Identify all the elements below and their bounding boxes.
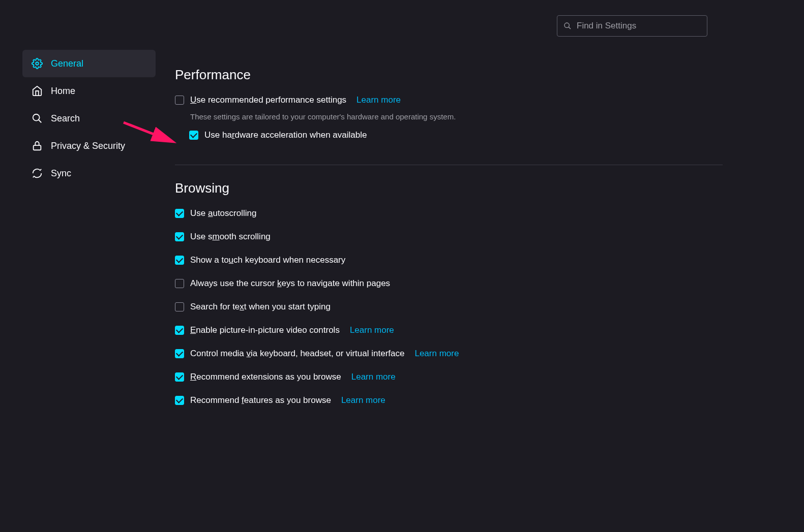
performance-heading: Performance: [175, 67, 723, 83]
svg-line-1: [569, 27, 571, 29]
section-divider: [175, 165, 723, 165]
sidebar-item-label: Search: [51, 113, 80, 124]
browsing-label-6: Control media via keyboard, headset, or …: [190, 349, 404, 359]
browsing-label-4: Search for text when you start typing: [190, 302, 331, 312]
recommended-perf-row[interactable]: Use recommended performance settings Lea…: [175, 95, 723, 105]
browsing-row-1[interactable]: Use smooth scrolling: [175, 232, 723, 242]
sidebar-item-general[interactable]: General: [22, 50, 156, 77]
svg-point-2: [36, 62, 39, 65]
gear-icon: [32, 58, 43, 69]
sidebar: General Home Search Privacy & Security S…: [0, 50, 156, 419]
browsing-row-5[interactable]: Enable picture-in-picture video controls…: [175, 325, 723, 335]
sidebar-item-search[interactable]: Search: [22, 105, 156, 132]
browsing-heading: Browsing: [175, 180, 723, 196]
browsing-checkbox-3[interactable]: [175, 279, 184, 288]
svg-point-3: [33, 114, 40, 121]
browsing-label-2: Show a touch keyboard when necessary: [190, 255, 345, 265]
hw-accel-row[interactable]: Use hardware acceleration when available: [189, 130, 723, 140]
browsing-checkbox-4[interactable]: [175, 302, 184, 311]
search-input[interactable]: [577, 21, 701, 31]
browsing-label-3: Always use the cursor keys to navigate w…: [190, 278, 390, 289]
browsing-label-7: Recommend extensions as you browse: [190, 372, 341, 382]
sidebar-item-label: Home: [51, 86, 75, 97]
sync-icon: [32, 168, 43, 179]
hw-accel-checkbox[interactable]: [189, 131, 198, 140]
browsing-row-3[interactable]: Always use the cursor keys to navigate w…: [175, 278, 723, 289]
browsing-row-6[interactable]: Control media via keyboard, headset, or …: [175, 349, 723, 359]
sidebar-item-privacy[interactable]: Privacy & Security: [22, 132, 156, 160]
learn-more-link[interactable]: Learn more: [356, 95, 401, 105]
learn-more-link[interactable]: Learn more: [350, 325, 394, 335]
svg-line-4: [39, 120, 42, 123]
sidebar-item-home[interactable]: Home: [22, 77, 156, 105]
browsing-checkbox-0[interactable]: [175, 209, 184, 218]
sidebar-item-label: General: [51, 58, 83, 69]
browsing-checkbox-5[interactable]: [175, 326, 184, 335]
browsing-checkbox-7[interactable]: [175, 372, 184, 382]
main-content: Performance Use recommended performance …: [156, 50, 804, 419]
svg-point-0: [564, 23, 569, 27]
browsing-row-7[interactable]: Recommend extensions as you browseLearn …: [175, 372, 723, 382]
perf-description: These settings are tailored to your comp…: [190, 112, 723, 121]
hw-accel-label: Use hardware acceleration when available: [204, 130, 367, 140]
recommended-perf-label: Use recommended performance settings: [190, 95, 346, 105]
svg-rect-5: [34, 145, 41, 150]
learn-more-link[interactable]: Learn more: [351, 372, 396, 382]
home-icon: [32, 85, 43, 97]
browsing-checkbox-8[interactable]: [175, 396, 184, 405]
learn-more-link[interactable]: Learn more: [341, 395, 385, 405]
search-icon: [32, 113, 43, 124]
browsing-label-0: Use autoscrolling: [190, 208, 256, 218]
browsing-checkbox-1[interactable]: [175, 232, 184, 241]
sidebar-item-sync[interactable]: Sync: [22, 160, 156, 187]
browsing-checkbox-2[interactable]: [175, 256, 184, 265]
learn-more-link[interactable]: Learn more: [414, 349, 459, 359]
search-icon: [563, 22, 572, 30]
browsing-row-2[interactable]: Show a touch keyboard when necessary: [175, 255, 723, 265]
browsing-row-8[interactable]: Recommend features as you browseLearn mo…: [175, 395, 723, 405]
browsing-row-4[interactable]: Search for text when you start typing: [175, 302, 723, 312]
lock-icon: [32, 140, 43, 151]
sidebar-item-label: Privacy & Security: [51, 141, 125, 151]
browsing-row-0[interactable]: Use autoscrolling: [175, 208, 723, 218]
browsing-label-5: Enable picture-in-picture video controls: [190, 325, 340, 335]
sidebar-item-label: Sync: [51, 168, 71, 179]
browsing-label-8: Recommend features as you browse: [190, 395, 331, 405]
browsing-checkbox-6[interactable]: [175, 349, 184, 358]
recommended-perf-checkbox[interactable]: [175, 96, 184, 105]
search-box[interactable]: [557, 15, 707, 37]
browsing-label-1: Use smooth scrolling: [190, 232, 271, 242]
